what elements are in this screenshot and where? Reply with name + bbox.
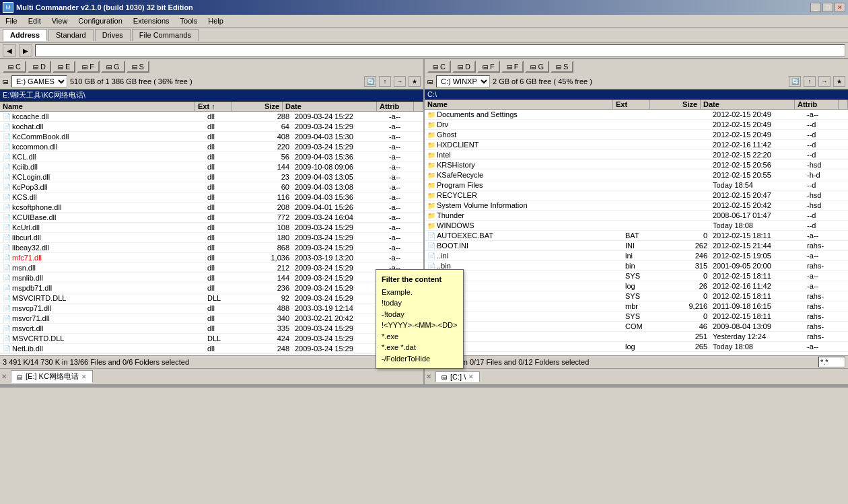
left-file-row[interactable]: 📄kcsoftphone.dll dll 208 2009-04-01 15:2… bbox=[0, 203, 423, 213]
left-file-row[interactable]: 📄msvcp71.dll dll 488 2003-03-19 12:14 -a… bbox=[0, 303, 423, 314]
right-file-row[interactable]: 📄..mbr mbr 9,216 2011-09-18 16:15 rahs- bbox=[425, 301, 848, 312]
left-file-row[interactable]: 📄KCLogin.dll dll 23 2009-04-03 13:05 -a-… bbox=[0, 172, 423, 182]
right-file-row[interactable]: 📁RECYCLER 2012-02-15 20:47 -hsd bbox=[425, 190, 848, 201]
left-file-row[interactable]: 📄msnlib.dll dll 144 2009-03-24 15:29 -a-… bbox=[0, 273, 423, 283]
right-drive-select[interactable]: C:) WINXP bbox=[436, 75, 490, 87]
left-drive-e[interactable]: 🖴E bbox=[52, 61, 75, 73]
right-file-row[interactable]: 📁Ghost 2012-02-15 20:49 --d bbox=[425, 130, 848, 140]
menu-extensions[interactable]: Extensions bbox=[131, 16, 172, 26]
left-col-attrib[interactable]: Attrib bbox=[377, 102, 414, 111]
right-file-row[interactable]: 📁Documents and Settings 2012-02-15 20:49… bbox=[425, 110, 848, 120]
right-refresh-btn[interactable]: 🔄 bbox=[789, 76, 801, 87]
menu-configuration[interactable]: Configuration bbox=[75, 16, 125, 26]
tab-address[interactable]: Address bbox=[3, 29, 47, 41]
right-file-row[interactable]: 📄..COM COM 46 2009-08-04 13:09 rahs- bbox=[425, 322, 848, 332]
close-button[interactable]: ✕ bbox=[835, 3, 845, 12]
right-col-name[interactable]: Name bbox=[425, 100, 613, 109]
addr-back-button[interactable]: ◀ bbox=[3, 44, 16, 57]
right-file-row[interactable]: 📄..SYS SYS 0 2012-02-15 18:11 rahs- bbox=[425, 312, 848, 322]
menu-file[interactable]: File bbox=[3, 16, 20, 26]
left-tab-x-btn[interactable]: ✕ bbox=[81, 373, 87, 380]
right-file-row[interactable]: 📄..ini ini 246 2012-02-15 19:05 -a-- bbox=[425, 251, 848, 261]
left-tab-close-btn[interactable]: ✕ bbox=[1, 373, 7, 380]
left-forward-btn[interactable]: → bbox=[394, 76, 406, 87]
right-drive-f2[interactable]: 🖴F bbox=[501, 61, 524, 73]
minimize-button[interactable]: _ bbox=[810, 3, 821, 12]
right-file-row[interactable]: 📁KRSHistory 2012-02-15 20:56 -hsd bbox=[425, 160, 848, 170]
right-drive-s[interactable]: 🖴S bbox=[551, 61, 573, 73]
left-drive-select[interactable]: E:) GAMES bbox=[11, 75, 67, 87]
maximize-button[interactable]: □ bbox=[822, 3, 833, 12]
left-file-row[interactable]: 📄msn.dll dll 212 2009-03-24 15:29 -a-- bbox=[0, 263, 423, 273]
left-refresh-btn[interactable]: 🔄 bbox=[364, 76, 376, 87]
left-file-row[interactable]: 📄KCL.dll dll 56 2009-04-03 15:36 -a-- bbox=[0, 152, 423, 162]
right-file-row[interactable]: 📁Intel 2012-02-15 22:20 --d bbox=[425, 150, 848, 160]
left-file-row[interactable]: 📄kccache.dll dll 288 2009-03-24 15:22 -a… bbox=[0, 112, 423, 122]
left-drive-g[interactable]: 🖴G bbox=[101, 61, 125, 73]
right-file-row[interactable]: 📁Program Files Today 18:54 --d bbox=[425, 180, 848, 190]
right-file-row[interactable]: 📄..log log 26 2012-02-16 11:42 -a-- bbox=[425, 281, 848, 291]
left-drive-d[interactable]: 🖴D bbox=[28, 61, 51, 73]
right-file-row[interactable]: 📄..log log 265 Today 18:08 -a-- bbox=[425, 342, 848, 352]
left-file-row[interactable]: 📄KCUIBase.dll dll 772 2009-03-24 16:04 -… bbox=[0, 213, 423, 223]
left-drive-s[interactable]: 🖴S bbox=[127, 61, 149, 73]
right-drive-d[interactable]: 🖴D bbox=[452, 61, 476, 73]
menu-help[interactable]: Help bbox=[205, 16, 226, 26]
menu-view[interactable]: View bbox=[49, 16, 71, 26]
left-file-row[interactable]: 📄msvcrt.dll dll 335 2009-03-24 15:29 -a-… bbox=[0, 324, 423, 334]
left-col-name[interactable]: Name bbox=[0, 102, 195, 111]
right-file-row[interactable]: 📄..bin bin 315 2001-09-05 20:00 rahs- bbox=[425, 261, 848, 271]
right-tab-item[interactable]: 🖴 [C:] \ ✕ bbox=[435, 371, 480, 382]
right-up-btn[interactable]: ↑ bbox=[804, 76, 816, 87]
menu-edit[interactable]: Edit bbox=[26, 16, 44, 26]
right-file-row[interactable]: 📄..SYS SYS 0 2012-02-15 18:11 rahs- bbox=[425, 291, 848, 301]
left-bookmark-btn[interactable]: ★ bbox=[409, 76, 421, 87]
left-tab-item[interactable]: 🖴 [E:] KC网络电话 ✕ bbox=[11, 370, 93, 383]
right-col-ext[interactable]: Ext bbox=[613, 100, 650, 109]
right-file-row[interactable]: 📄..SYS SYS 0 2012-02-15 18:11 -a-- bbox=[425, 271, 848, 281]
right-file-row[interactable]: 📄AUTOEXEC.BAT BAT 0 2012-02-15 18:11 -a-… bbox=[425, 231, 848, 241]
right-file-row[interactable]: 📄BOOT.INI INI 262 2012-02-15 21:44 rahs- bbox=[425, 241, 848, 251]
right-file-row[interactable]: 📁System Volume Information 2012-02-15 20… bbox=[425, 201, 848, 211]
left-col-date[interactable]: Date bbox=[283, 102, 377, 111]
left-file-row[interactable]: 📄Kciib.dll dll 144 2009-10-08 09:06 -a-- bbox=[0, 162, 423, 172]
right-tab-x-btn[interactable]: ✕ bbox=[468, 373, 474, 380]
left-file-row[interactable]: 📄KcPop3.dll dll 60 2009-04-03 13:08 -a-- bbox=[0, 182, 423, 192]
left-file-row[interactable]: 📄kccommon.dll dll 220 2009-03-24 15:29 -… bbox=[0, 142, 423, 152]
left-file-row[interactable]: 📄KcCommBook.dll dll 408 2009-04-03 15:30… bbox=[0, 132, 423, 142]
tab-drives[interactable]: Drives bbox=[95, 29, 131, 41]
right-bookmark-btn[interactable]: ★ bbox=[833, 76, 845, 87]
right-filter-input[interactable] bbox=[818, 357, 845, 367]
left-file-row[interactable]: 📄MSVCIRTD.DLL DLL 92 2009-03-24 15:29 -a… bbox=[0, 293, 423, 303]
left-col-size[interactable]: Size bbox=[232, 102, 283, 111]
right-drive-c[interactable]: 🖴C bbox=[427, 61, 451, 73]
left-file-row[interactable]: 📄mfc71.dll dll 1,036 2003-03-19 13:20 -a… bbox=[0, 253, 423, 263]
right-drive-f[interactable]: 🖴F bbox=[477, 61, 500, 73]
right-tab-close-btn[interactable]: ✕ bbox=[426, 373, 431, 380]
left-file-row[interactable]: 📄KCS.dll dll 116 2009-04-03 15:36 -a-- bbox=[0, 192, 423, 203]
left-drive-c[interactable]: 🖴C bbox=[3, 61, 26, 73]
left-file-row[interactable]: 📄libeay32.dll dll 868 2009-03-24 15:29 -… bbox=[0, 243, 423, 253]
right-col-date[interactable]: Date bbox=[701, 100, 795, 109]
right-file-row[interactable]: 📄..251 251 Yesterday 12:24 rahs- bbox=[425, 332, 848, 342]
left-file-row[interactable]: 📄kochat.dll dll 64 2009-03-24 15:29 -a-- bbox=[0, 122, 423, 132]
right-file-row[interactable]: 📁Thunder 2008-06-17 01:47 --d bbox=[425, 211, 848, 221]
right-file-list[interactable]: 📁Documents and Settings 2012-02-15 20:49… bbox=[425, 110, 848, 355]
address-input[interactable] bbox=[35, 44, 845, 57]
left-file-row[interactable]: 📄MSVCRTD.DLL DLL 424 2009-03-24 15:29 -a… bbox=[0, 334, 423, 344]
left-file-row[interactable]: 📄mspdb71.dll dll 236 2009-03-24 15:29 -a… bbox=[0, 283, 423, 293]
right-col-size[interactable]: Size bbox=[650, 100, 701, 109]
left-up-btn[interactable]: ↑ bbox=[379, 76, 391, 87]
right-drive-g[interactable]: 🖴G bbox=[525, 61, 549, 73]
tab-standard[interactable]: Standard bbox=[48, 29, 94, 41]
left-file-row[interactable]: 📄msvcr71.dll dll 340 2003-02-21 20:42 -a… bbox=[0, 314, 423, 324]
right-col-attrib[interactable]: Attrib bbox=[795, 100, 839, 109]
tab-file-commands[interactable]: File Commands bbox=[132, 29, 199, 41]
left-file-row[interactable]: 📄libcurl.dll dll 180 2009-03-24 15:29 -a… bbox=[0, 233, 423, 243]
left-col-ext[interactable]: Ext ↑ bbox=[195, 102, 232, 111]
right-forward-btn[interactable]: → bbox=[818, 76, 831, 87]
right-file-row[interactable]: 📁KSafeRecycle 2012-02-15 20:55 -h-d bbox=[425, 170, 848, 180]
right-file-row[interactable]: 📁Drv 2012-02-15 20:49 --d bbox=[425, 120, 848, 130]
left-file-list[interactable]: 📄kccache.dll dll 288 2009-03-24 15:22 -a… bbox=[0, 112, 423, 355]
left-file-row[interactable]: 📄NetLib.dll dll 248 2009-03-24 15:29 -a-… bbox=[0, 344, 423, 354]
